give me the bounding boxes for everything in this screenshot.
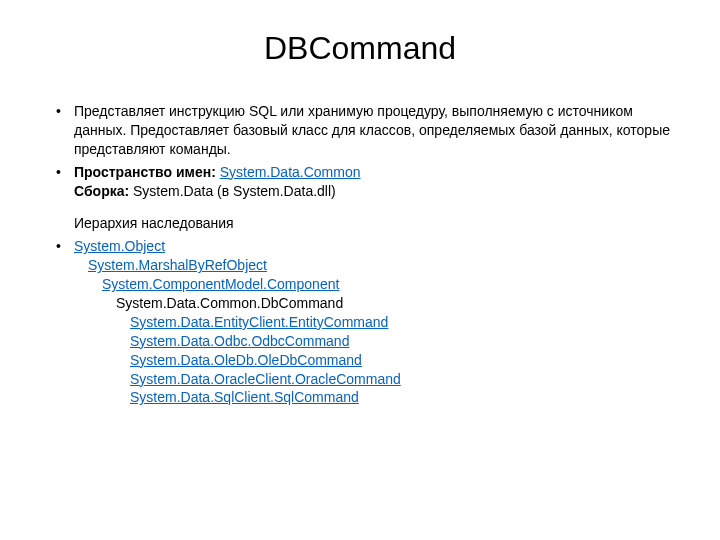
hierarchy-link-oledbcommand[interactable]: System.Data.OleDb.OleDbCommand xyxy=(74,351,670,370)
hierarchy-link-odbccommand[interactable]: System.Data.Odbc.OdbcCommand xyxy=(74,332,670,351)
spacer xyxy=(74,200,670,214)
namespace-label: Пространство имен: xyxy=(74,164,220,180)
description-text: Представляет инструкцию SQL или хранимую… xyxy=(74,103,670,157)
namespace-link[interactable]: System.Data.Common xyxy=(220,164,361,180)
hierarchy-current-dbcommand: System.Data.Common.DbCommand xyxy=(74,294,670,313)
hierarchy-heading: Иерархия наследования xyxy=(74,215,234,231)
hierarchy-link-oraclecommand[interactable]: System.Data.OracleClient.OracleCommand xyxy=(74,370,670,389)
hierarchy-link-sqlcommand[interactable]: System.Data.SqlClient.SqlCommand xyxy=(74,388,670,407)
page-title: DBCommand xyxy=(50,30,670,67)
content-body: Представляет инструкцию SQL или хранимую… xyxy=(50,102,670,407)
hierarchy-item: System.Object System.MarshalByRefObject … xyxy=(50,237,670,407)
hierarchy-link-component[interactable]: System.ComponentModel.Component xyxy=(74,275,670,294)
hierarchy-link-object[interactable]: System.Object xyxy=(74,237,670,256)
namespace-item: Пространство имен: System.Data.Common Сб… xyxy=(50,163,670,234)
assembly-label: Сборка: xyxy=(74,183,133,199)
assembly-value: System.Data (в System.Data.dll) xyxy=(133,183,336,199)
bullet-list: Представляет инструкцию SQL или хранимую… xyxy=(50,102,670,407)
hierarchy-link-entitycommand[interactable]: System.Data.EntityClient.EntityCommand xyxy=(74,313,670,332)
hierarchy-link-marshalbyrefobject[interactable]: System.MarshalByRefObject xyxy=(74,256,670,275)
description-item: Представляет инструкцию SQL или хранимую… xyxy=(50,102,670,159)
